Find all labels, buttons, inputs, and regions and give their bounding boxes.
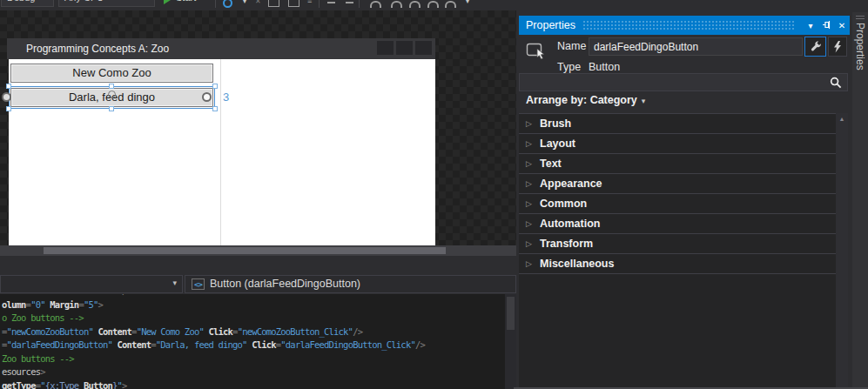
arc-toolbar-icon[interactable] xyxy=(409,1,421,8)
arc-toolbar-icon[interactable] xyxy=(391,1,402,8)
name-input[interactable] xyxy=(589,37,803,56)
selected-element-label: Button (darlaFeedDingoButton) xyxy=(210,276,360,292)
resize-handle-bottom-mid[interactable] xyxy=(109,106,114,111)
start-play-icon[interactable] xyxy=(164,0,171,4)
close-toolbar-icon[interactable]: ✕ xyxy=(255,0,261,5)
close-icon[interactable]: ✕ xyxy=(834,21,850,30)
design-window-title: Programming Concepts A: Zoo xyxy=(26,43,169,55)
lines-toolbar-icon[interactable]: ≡ xyxy=(307,0,312,5)
autohide-tab-strip[interactable]: Properties xyxy=(852,12,868,389)
arc-toolbar-icon[interactable] xyxy=(370,1,381,8)
arc-toolbar-icon[interactable] xyxy=(445,1,456,8)
code-token: Click xyxy=(252,339,276,350)
toolbar-separator xyxy=(359,0,360,8)
box-toolbar-icon[interactable] xyxy=(288,0,299,7)
category-row-miscellaneous[interactable]: ▷Miscellaneous xyxy=(519,253,836,273)
dash-toolbar-icon[interactable] xyxy=(327,2,335,3)
code-token: Margin xyxy=(50,299,78,310)
code-token: getType xyxy=(2,380,36,389)
resize-handle-bottom-right[interactable] xyxy=(212,106,218,111)
properties-mode-button[interactable] xyxy=(804,37,826,57)
properties-scrollbar[interactable]: ▲ xyxy=(836,113,848,389)
design-window[interactable]: Programming Concepts A: Zoo New Como Zoo… xyxy=(7,38,435,245)
properties-panel: Properties ▾ ✕ Name Type Button xyxy=(519,16,850,389)
element-dropdown[interactable]: <> Button (darlaFeedDingoButton) xyxy=(185,275,516,293)
window-menu-icon[interactable]: ▾ xyxy=(803,21,818,30)
search-icon[interactable] xyxy=(830,77,842,92)
design-window-minimize-button xyxy=(377,41,394,55)
category-label: Appearance xyxy=(540,178,602,190)
category-row-text[interactable]: ▷Text xyxy=(519,153,836,173)
category-label: Text xyxy=(540,158,562,170)
toolbar-separator xyxy=(319,0,320,8)
code-editor-vertical-scrollbar[interactable] xyxy=(505,294,516,389)
lightning-icon xyxy=(833,41,842,53)
expander-icon[interactable]: ▷ xyxy=(519,259,540,268)
resize-handle-bottom-left[interactable] xyxy=(6,106,11,111)
designed-button-new-como-zoo[interactable]: New Como Zoo xyxy=(10,64,213,83)
resize-handle-top-mid[interactable] xyxy=(109,84,114,89)
margin-value-badge: 3 xyxy=(223,91,229,104)
properties-vertical-tab[interactable]: Properties xyxy=(854,23,866,70)
expander-icon[interactable]: ▷ xyxy=(519,119,540,128)
expander-icon[interactable]: ▷ xyxy=(519,179,540,188)
category-row-transform[interactable]: ▷Transform xyxy=(519,233,836,253)
code-token: "darlaFeedDingoButton_Click" xyxy=(280,339,415,350)
arrange-by-dropdown[interactable]: Arrange by: Category▾ xyxy=(526,94,645,106)
chevron-down-icon: ▾ xyxy=(637,97,646,105)
platform-dropdown[interactable]: Any CPU xyxy=(58,0,155,7)
expander-icon[interactable]: ▷ xyxy=(519,139,540,148)
tab-grip-icon xyxy=(856,16,865,19)
resize-handle-top-left[interactable] xyxy=(6,84,11,89)
code-token: /> xyxy=(415,339,425,350)
resize-handle-top-right[interactable] xyxy=(212,84,218,89)
designer-hscroll-thumb[interactable] xyxy=(44,247,446,254)
scrollbar-up-icon[interactable]: ▲ xyxy=(836,116,848,122)
code-token: "darlaFeedDingoButton" xyxy=(7,339,112,350)
design-surface[interactable]: New Como Zoo Darla, feed dingo 3 xyxy=(9,59,435,245)
anchor-ring-right[interactable] xyxy=(202,92,212,102)
category-row-common[interactable]: ▷Common xyxy=(519,193,836,213)
expander-icon[interactable]: ▷ xyxy=(519,219,540,228)
debug-configuration-dropdown[interactable]: Debug xyxy=(1,0,54,7)
expander-icon[interactable]: ▷ xyxy=(519,159,540,168)
expander-icon[interactable]: ▷ xyxy=(519,199,540,208)
properties-search-input[interactable] xyxy=(523,75,823,91)
caret-toolbar-icon[interactable]: ▾ xyxy=(243,0,246,5)
dash-toolbar-icon[interactable] xyxy=(346,2,353,3)
xml-element-icon: <> xyxy=(192,278,205,290)
properties-search-box[interactable] xyxy=(519,73,848,91)
category-row-appearance[interactable]: ▷Appearance xyxy=(519,173,836,193)
anchor-ring-left[interactable] xyxy=(2,92,11,102)
code-line: getType="{x:Type Button}"> xyxy=(2,379,425,389)
start-button[interactable]: Start xyxy=(176,0,196,3)
properties-titlebar[interactable]: Properties ▾ ✕ xyxy=(519,16,850,35)
code-token: Content xyxy=(118,339,151,350)
code-token: {x:Type xyxy=(45,380,84,389)
box-toolbar-icon[interactable] xyxy=(268,0,279,7)
category-row-layout[interactable]: ▷Layout xyxy=(519,133,836,153)
namespace-dropdown[interactable]: ▾ xyxy=(0,275,183,293)
arc-toolbar-icon[interactable] xyxy=(427,1,439,8)
code-token: o Zoo buttons --> xyxy=(2,312,84,323)
category-row-automation[interactable]: ▷Automation xyxy=(519,213,836,233)
designer-horizontal-scrollbar[interactable] xyxy=(0,245,516,256)
code-line: olumn="0" Margin="5"> xyxy=(2,298,425,312)
type-label: Type xyxy=(557,61,581,73)
grid-column-line xyxy=(220,59,221,245)
category-row-brush[interactable]: ▷Brush xyxy=(519,113,836,133)
design-window-titlebar: Programming Concepts A: Zoo xyxy=(7,38,435,59)
category-label: Transform xyxy=(540,238,593,250)
search-toolbar-icon[interactable] xyxy=(223,0,232,8)
platform-label: Any CPU xyxy=(64,0,104,3)
arrange-by-label: Arrange by: Category xyxy=(526,94,637,106)
element-selector-icon xyxy=(526,42,548,64)
xaml-code-editor[interactable]: olumnDefinition Width="*"/>olumn="0" Mar… xyxy=(0,294,516,389)
expander-icon[interactable]: ▷ xyxy=(519,239,540,248)
pin-icon[interactable] xyxy=(818,20,834,31)
code-token: esources xyxy=(2,366,40,377)
events-mode-button[interactable] xyxy=(828,37,847,57)
code-token: "*" xyxy=(107,294,122,296)
caret-toolbar-icon[interactable]: ▾ xyxy=(466,0,469,5)
code-vscroll-thumb[interactable] xyxy=(507,297,515,330)
